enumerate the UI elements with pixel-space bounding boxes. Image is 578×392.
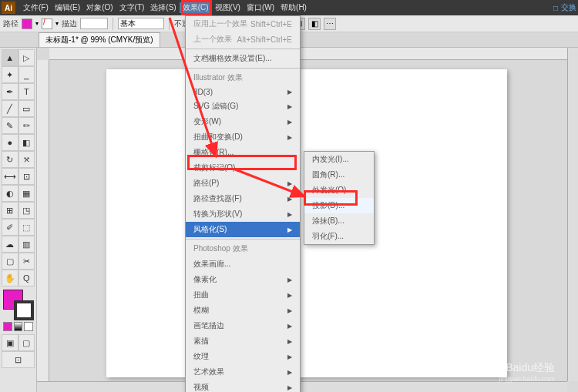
direct-select-tool[interactable]: ▷ bbox=[18, 49, 35, 66]
brush-select[interactable] bbox=[118, 18, 164, 29]
fill-swatch[interactable] bbox=[22, 18, 32, 29]
type-tool[interactable]: T bbox=[18, 83, 35, 100]
submenu-feather[interactable]: 羽化(F)... bbox=[304, 229, 374, 244]
eyedropper-tool[interactable]: ✐ bbox=[2, 219, 18, 236]
toolbox: ▲▷ ✦⎯ ✒T ╱▭ ✎✏ ●◧ ↻⤧ ⟷⊡ ◐▦ ⊞◳ ✐⬚ ☁▥ ▢✂ ✋… bbox=[0, 48, 37, 392]
more-icon[interactable]: ⋯ bbox=[324, 18, 336, 30]
menu-select[interactable]: 选择(S) bbox=[147, 2, 179, 13]
stroke-color-box[interactable] bbox=[14, 300, 34, 320]
pen-tool[interactable]: ✒ bbox=[2, 83, 18, 100]
menu-file[interactable]: 文件(F) bbox=[20, 2, 52, 13]
menu-convert-shape[interactable]: 转换为形状(V)▶ bbox=[186, 206, 300, 222]
menu-edit[interactable]: 编辑(E) bbox=[52, 2, 83, 13]
slice-tool[interactable]: ✂ bbox=[18, 253, 35, 270]
menu-brush-strokes[interactable]: 画笔描边▶ bbox=[186, 318, 300, 333]
mesh-tool[interactable]: ⊞ bbox=[2, 202, 18, 219]
submenu-round-corners[interactable]: 圆角(R)... bbox=[304, 167, 374, 183]
layout-icon[interactable]: □ bbox=[553, 4, 558, 12]
screen-mode-icon[interactable]: ⊡ bbox=[2, 351, 35, 368]
scrollbar-vertical[interactable] bbox=[567, 48, 578, 381]
menu-distort[interactable]: 扭曲▶ bbox=[186, 287, 300, 303]
menu-crop-marks[interactable]: 裁剪标记(O) bbox=[186, 160, 300, 176]
hand-tool[interactable]: ✋ bbox=[2, 270, 18, 286]
eraser-tool[interactable]: ◧ bbox=[18, 134, 35, 151]
dropdown-icon[interactable]: ▾ bbox=[35, 20, 39, 27]
ruler-horizontal bbox=[49, 48, 578, 60]
width-tool[interactable]: ⟷ bbox=[2, 168, 18, 185]
lasso-tool[interactable]: ⎯ bbox=[18, 66, 35, 83]
menu-rasterize[interactable]: 栅格化(R)... bbox=[186, 145, 300, 160]
free-transform-tool[interactable]: ⊡ bbox=[18, 168, 35, 185]
perspective-tool[interactable]: ▦ bbox=[18, 185, 35, 202]
submenu-outer-glow[interactable]: 外发光(O)... bbox=[304, 183, 374, 198]
doc-tab[interactable]: 未标题-1* @ 99% (CMYK/预览) bbox=[39, 32, 160, 47]
rect-tool[interactable]: ▭ bbox=[18, 100, 35, 117]
shape-builder-tool[interactable]: ◐ bbox=[2, 185, 18, 202]
stylize-submenu: 内发光(I)... 圆角(R)... 外发光(O)... 投影(D)... 涂抹… bbox=[304, 151, 375, 245]
menu-view[interactable]: 视图(V) bbox=[212, 2, 244, 13]
color-mode-icon[interactable] bbox=[3, 322, 12, 331]
submenu-scribble[interactable]: 涂抹(B)... bbox=[304, 213, 374, 229]
menu-video[interactable]: 视频▶ bbox=[186, 380, 300, 392]
menu-blur[interactable]: 模糊▶ bbox=[186, 303, 300, 318]
gradient-tool[interactable]: ◳ bbox=[18, 202, 35, 219]
symbol-tool[interactable]: ☁ bbox=[2, 236, 18, 253]
menu-effect-gallery[interactable]: 效果画廊... bbox=[186, 256, 300, 272]
menu-svg-filters[interactable]: SVG 滤镜(G)▶ bbox=[186, 99, 300, 114]
selection-tool[interactable]: ▲ bbox=[2, 49, 18, 66]
section-photoshop: Photoshop 效果 bbox=[186, 241, 300, 256]
menu-sketch[interactable]: 素描▶ bbox=[186, 333, 300, 349]
menubar: Ai 文件(F) 编辑(E) 对象(O) 文字(T) 选择(S) 效果(C) 视… bbox=[0, 0, 578, 15]
scrollbar-horizontal[interactable] bbox=[37, 381, 567, 392]
pencil-tool[interactable]: ✏ bbox=[18, 117, 35, 134]
menu-warp[interactable]: 变形(W)▶ bbox=[186, 114, 300, 129]
shape-icon[interactable]: ◧ bbox=[308, 18, 321, 30]
menu-last-effect: 上一个效果Alt+Shift+Ctrl+E bbox=[186, 32, 300, 47]
none-mode-icon[interactable] bbox=[24, 322, 33, 331]
menu-pixelate[interactable]: 像素化▶ bbox=[186, 272, 300, 287]
submenu-inner-glow[interactable]: 内发光(I)... bbox=[304, 152, 374, 167]
ruler-vertical bbox=[37, 60, 49, 392]
menu-artistic[interactable]: 艺术效果▶ bbox=[186, 364, 300, 380]
gradient-mode-icon[interactable] bbox=[14, 322, 23, 331]
selection-label: 路径 bbox=[3, 18, 18, 29]
artboard-tool[interactable]: ▢ bbox=[2, 253, 18, 270]
magic-wand-tool[interactable]: ✦ bbox=[2, 66, 18, 83]
menu-texture[interactable]: 纹理▶ bbox=[186, 349, 300, 364]
menu-stylize[interactable]: 风格化(S)▶ bbox=[186, 222, 300, 237]
menu-object[interactable]: 对象(O) bbox=[83, 2, 116, 13]
graph-tool[interactable]: ▥ bbox=[18, 236, 35, 253]
blend-tool[interactable]: ⬚ bbox=[18, 219, 35, 236]
scale-tool[interactable]: ⤧ bbox=[18, 151, 35, 168]
dropdown-icon[interactable]: ▾ bbox=[55, 20, 59, 27]
menu-effect[interactable]: 效果(C) bbox=[180, 2, 212, 13]
brush-tool[interactable]: ✎ bbox=[2, 117, 18, 134]
menu-distort-transform[interactable]: 扭曲和变换(D)▶ bbox=[186, 129, 300, 145]
menubar-right: □ 交换 bbox=[553, 2, 576, 13]
submenu-drop-shadow[interactable]: 投影(D)... bbox=[304, 198, 374, 213]
app-logo: Ai bbox=[2, 2, 15, 14]
screen-mode-normal[interactable]: ▣ bbox=[2, 334, 18, 351]
menu-path[interactable]: 路径(P)▶ bbox=[186, 176, 300, 191]
zoom-tool[interactable]: Q bbox=[18, 270, 35, 286]
swap-label[interactable]: 交换 bbox=[561, 2, 576, 13]
rotate-tool[interactable]: ↻ bbox=[2, 151, 18, 168]
menu-3d[interactable]: 3D(3)▶ bbox=[186, 85, 300, 99]
menu-pathfinder[interactable]: 路径查找器(F)▶ bbox=[186, 191, 300, 206]
screen-mode-full[interactable]: ▢ bbox=[18, 334, 35, 351]
menu-doc-raster-settings[interactable]: 文档栅格效果设置(E)... bbox=[186, 51, 300, 66]
stroke-swatch[interactable]: / bbox=[42, 18, 52, 29]
stroke-weight-input[interactable] bbox=[80, 18, 108, 29]
menu-help[interactable]: 帮助(H) bbox=[277, 2, 310, 13]
section-illustrator: Illustrator 效果 bbox=[186, 70, 300, 85]
menu-window[interactable]: 窗口(W) bbox=[244, 2, 277, 13]
effect-menu-dropdown: 应用上一个效果Shift+Ctrl+E 上一个效果Alt+Shift+Ctrl+… bbox=[185, 15, 301, 392]
line-tool[interactable]: ╱ bbox=[2, 100, 18, 117]
blob-tool[interactable]: ● bbox=[2, 134, 18, 151]
stroke-label: 描边 bbox=[62, 18, 77, 29]
fill-stroke-control[interactable] bbox=[2, 290, 35, 320]
menu-type[interactable]: 文字(T) bbox=[116, 2, 148, 13]
menu-apply-last: 应用上一个效果Shift+Ctrl+E bbox=[186, 16, 300, 32]
